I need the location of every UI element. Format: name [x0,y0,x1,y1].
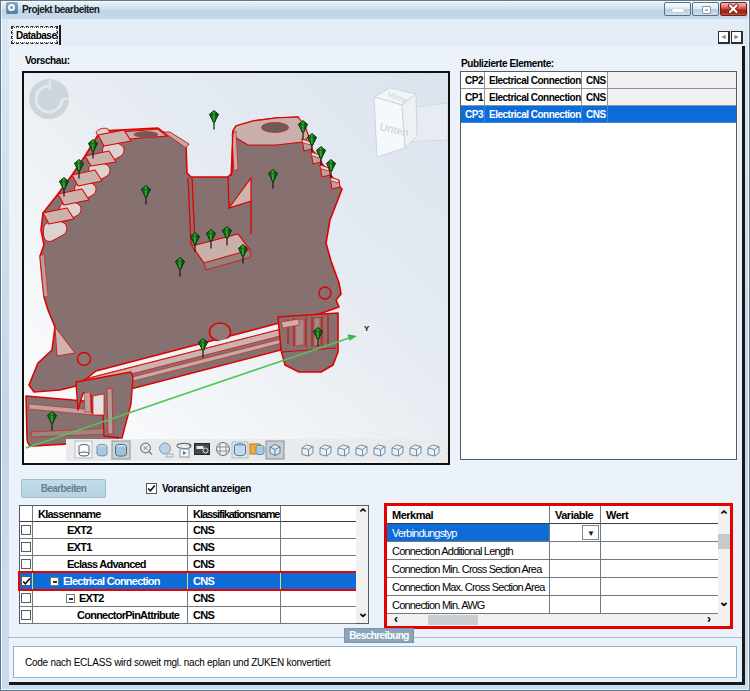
svg-text:Y: Y [364,324,370,333]
